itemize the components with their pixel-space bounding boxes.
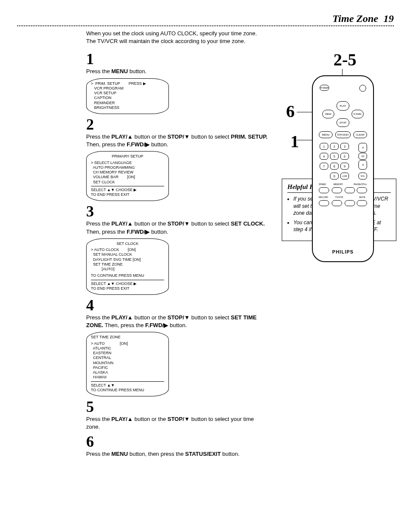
- step-5-text: Press the PLAY/▲ button or the STOP/▼ bu…: [86, 415, 269, 431]
- remote-column: 2-5 6 1 POWER PLAY REW F.FWD STOP MENU: [282, 49, 394, 460]
- remote-body: POWER PLAY REW F.FWD STOP MENU STATUS/EX…: [312, 75, 374, 262]
- digit-4: 4: [320, 153, 328, 160]
- menu-button: MENU: [319, 131, 333, 138]
- step-4-number: 4: [86, 297, 269, 313]
- digit-8: 8: [330, 163, 339, 170]
- record-button: [319, 200, 329, 206]
- mute-button: [357, 200, 367, 206]
- status-exit-button: STATUS/EX: [335, 131, 351, 138]
- label-record: RECORD: [319, 196, 328, 198]
- label-speed: SPEED: [319, 183, 326, 186]
- digit-1: 1: [320, 143, 328, 150]
- extra-button: [357, 187, 367, 193]
- speed-button: [319, 187, 329, 193]
- step-6-number: 6: [86, 434, 269, 449]
- ch-label: CH: [358, 153, 367, 160]
- intro-line-1: When you set the clock using AUTO CLOCK,…: [86, 30, 257, 37]
- step-4-text: Press the PLAY/▲ button or the STOP/▼ bu…: [86, 314, 269, 329]
- step-5-number: 5: [86, 399, 269, 414]
- label-pausestill: PAUSE/STILL: [354, 183, 367, 186]
- screen-set-time-zone: SET TIME ZONE > AUTO [ON] ATLANTIC EASTE…: [86, 332, 169, 396]
- digit-9: 9: [340, 163, 349, 170]
- plus-100-button: +100: [340, 173, 349, 179]
- screen-prim-setup: > PRIM. SETUP PRESS ▶ VCR PROGRAM VCR SE…: [86, 78, 169, 114]
- page-header: Time Zone 19: [17, 13, 394, 26]
- ch-up: ∧: [358, 143, 367, 152]
- ffwd-button: F.FWD: [352, 110, 364, 118]
- screen-primary-setup: PRIMARY SETUP > SELECT LANGUAGE AUTO PRO…: [86, 151, 169, 201]
- btn-c: [345, 200, 355, 206]
- callout-1: 1: [290, 131, 299, 152]
- memory-button: [332, 187, 342, 193]
- step-1-number: 1: [86, 51, 269, 67]
- digit-7: 7: [320, 163, 328, 170]
- digit-2: 2: [330, 143, 339, 150]
- rew-button: REW: [322, 110, 334, 118]
- screen-set-clock: SET CLOCK > AUTO CLOCK [ON] SET MANUAL C…: [86, 238, 169, 295]
- step-1-text: Press the MENU button.: [86, 68, 269, 75]
- step-3-text: Press the PLAY/▲ button or the STOP/▼ bu…: [86, 220, 269, 235]
- callout-2-5: 2-5: [333, 49, 356, 70]
- digit-3: 3: [340, 143, 349, 150]
- steps-column: 1 Press the MENU button. > PRIM. SETUP P…: [86, 49, 269, 460]
- stop-button: STOP: [336, 118, 349, 127]
- step-2-text: Press the PLAY/▲ button or the STOP/▼ bu…: [86, 133, 269, 148]
- step-6-text: Press the MENU button, then press the ST…: [86, 450, 269, 458]
- channel-button: [359, 85, 366, 92]
- label-memory: MEMORY: [333, 183, 343, 186]
- pause-button: [345, 187, 355, 193]
- page-number: 19: [383, 13, 394, 24]
- digit-6: 6: [340, 153, 349, 160]
- power-button: POWER: [320, 85, 329, 91]
- play-button: PLAY: [336, 101, 349, 111]
- brand-label: PHILIPS: [313, 249, 373, 254]
- vol-label: VOL: [358, 173, 367, 179]
- clear-button: CLEAR: [353, 131, 367, 138]
- header-title: Time Zone: [333, 13, 378, 24]
- step-2-number: 2: [86, 117, 269, 132]
- ch-down: ∨: [358, 160, 367, 170]
- intro-line-2: The TV/VCR will maintain the clock accor…: [86, 38, 246, 44]
- tvvcr-button: [332, 200, 342, 206]
- callout-6: 6: [286, 101, 295, 121]
- intro-text: When you set the clock using AUTO CLOCK,…: [86, 30, 394, 45]
- digit-0: 0: [330, 173, 339, 179]
- digit-5: 5: [330, 153, 339, 160]
- step-3-number: 3: [86, 204, 269, 219]
- label-mute: MUTE: [359, 196, 365, 198]
- label-tvvcr: TV/VCR: [335, 196, 343, 198]
